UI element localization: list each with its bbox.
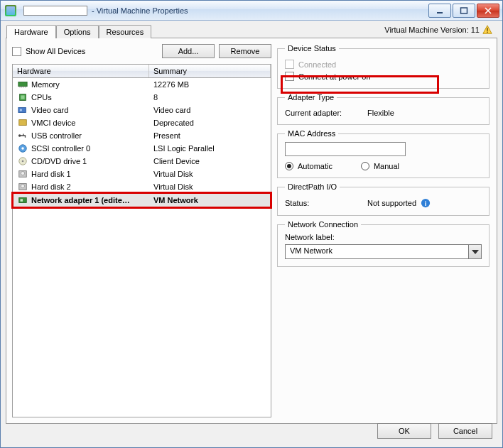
svg-point-20 xyxy=(21,172,24,175)
device-summary: 12276 MB xyxy=(149,80,271,89)
network-label-combo[interactable]: VM Network xyxy=(285,244,482,259)
svg-point-12 xyxy=(20,109,23,111)
device-status-group: Device Status Connected Connect at power… xyxy=(277,44,490,89)
svg-rect-3 xyxy=(487,32,487,33)
directpath-group: DirectPath I/O Status: Not supported i xyxy=(277,182,490,216)
table-row[interactable]: Video cardVideo card xyxy=(13,104,271,116)
hardware-table: Hardware Summary Memory12276 MBCPUs8Vide… xyxy=(12,64,271,417)
table-row[interactable]: Hard disk 2Virtual Disk xyxy=(13,180,271,193)
remove-button[interactable]: Remove xyxy=(219,44,271,58)
minimize-button[interactable] xyxy=(428,4,451,18)
maximize-button[interactable] xyxy=(453,4,475,18)
svg-rect-4 xyxy=(18,82,27,87)
table-row[interactable]: VMCI deviceDeprecated xyxy=(13,116,271,129)
svg-rect-10 xyxy=(21,95,24,99)
table-row[interactable]: Hard disk 1Virtual Disk xyxy=(13,168,271,180)
vm-name-redacted xyxy=(23,6,87,16)
network-connection-group: Network Connection Network label: VM Net… xyxy=(277,220,490,267)
add-button[interactable]: Add... xyxy=(162,44,215,58)
tab-options[interactable]: Options xyxy=(56,25,99,38)
svg-rect-6 xyxy=(21,87,22,88)
device-name: CD/DVD drive 1 xyxy=(31,157,87,165)
svg-rect-7 xyxy=(23,87,24,88)
svg-rect-24 xyxy=(21,199,23,202)
warning-icon xyxy=(482,25,492,35)
table-row[interactable]: SCSI controller 0LSI Logic Parallel xyxy=(13,142,271,155)
device-summary: Deprecated xyxy=(149,118,271,128)
directpath-status-label: Status: xyxy=(285,199,363,207)
device-name: SCSI controller 0 xyxy=(31,144,90,153)
device-summary: Video card xyxy=(149,105,271,115)
col-hardware[interactable]: Hardware xyxy=(13,65,149,77)
disk-icon xyxy=(17,169,28,179)
vmci-icon xyxy=(17,118,28,128)
info-icon[interactable]: i xyxy=(421,198,431,208)
svg-rect-2 xyxy=(487,28,487,31)
mac-address-legend: MAC Address xyxy=(285,129,338,138)
network-label-caption: Network label: xyxy=(285,233,482,241)
cancel-button[interactable]: Cancel xyxy=(438,423,492,439)
chevron-down-icon[interactable] xyxy=(468,245,481,258)
connected-checkbox xyxy=(285,60,294,69)
vm-properties-window: - Virtual Machine Properties Hardware Op… xyxy=(0,0,503,448)
svg-rect-0 xyxy=(437,12,443,13)
show-all-checkbox[interactable] xyxy=(12,47,21,56)
window-title: - Virtual Machine Properties xyxy=(92,6,188,15)
connected-label: Connected xyxy=(298,60,336,69)
device-status-legend: Device Status xyxy=(285,44,339,53)
table-header: Hardware Summary xyxy=(13,65,271,78)
device-name: USB controller xyxy=(31,131,82,140)
network-label-value: VM Network xyxy=(286,245,468,258)
svg-rect-13 xyxy=(19,120,27,126)
svg-point-14 xyxy=(18,134,21,137)
device-name: Network adapter 1 (edite… xyxy=(31,196,130,204)
device-name: Memory xyxy=(31,80,60,89)
table-row[interactable]: CPUs8 xyxy=(13,91,271,104)
table-row[interactable]: USB controllerPresent xyxy=(13,129,271,142)
tab-strip: Hardware Options Resources Virtual Machi… xyxy=(4,24,499,38)
vm-version: Virtual Machine Version: 11 xyxy=(384,25,492,35)
col-summary[interactable]: Summary xyxy=(149,65,271,77)
scsi-icon xyxy=(17,143,28,153)
current-adapter-label: Current adapter: xyxy=(285,109,363,117)
close-button[interactable] xyxy=(477,4,499,18)
video-icon xyxy=(17,105,28,115)
adapter-type-legend: Adapter Type xyxy=(285,93,337,102)
connect-at-power-on-checkbox[interactable] xyxy=(285,72,294,81)
table-row[interactable]: Memory12276 MB xyxy=(13,78,271,91)
tab-hardware[interactable]: Hardware xyxy=(6,25,56,38)
device-summary: VM Network xyxy=(149,195,271,205)
app-icon xyxy=(5,5,16,16)
nic-icon xyxy=(17,195,28,205)
hardware-panel: Show All Devices Add... Remove Hardware … xyxy=(6,38,497,424)
svg-rect-8 xyxy=(26,87,26,88)
svg-rect-5 xyxy=(20,87,21,88)
mac-address-input[interactable] xyxy=(285,142,406,156)
usb-icon xyxy=(17,131,28,141)
ok-button[interactable]: OK xyxy=(377,423,431,439)
device-summary: LSI Logic Parallel xyxy=(149,143,271,153)
show-all-label: Show All Devices xyxy=(26,47,85,55)
svg-point-22 xyxy=(21,185,24,188)
svg-rect-1 xyxy=(461,8,467,13)
device-summary: Present xyxy=(149,131,271,141)
table-row[interactable]: Network adapter 1 (edite…VM Network xyxy=(13,193,271,207)
device-summary: Virtual Disk xyxy=(149,182,271,192)
titlebar[interactable]: - Virtual Machine Properties xyxy=(1,1,502,21)
table-row[interactable]: CD/DVD drive 1Client Device xyxy=(13,155,271,168)
device-name: Hard disk 1 xyxy=(31,170,71,178)
network-connection-legend: Network Connection xyxy=(285,220,361,229)
disk-icon xyxy=(17,182,28,192)
cpu-icon xyxy=(17,92,28,102)
device-name: VMCI device xyxy=(31,119,75,127)
directpath-status-value: Not supported xyxy=(367,199,416,207)
svg-point-16 xyxy=(21,147,24,150)
mac-address-group: MAC Address Automatic Manual xyxy=(277,129,490,178)
svg-point-18 xyxy=(22,160,24,163)
tab-resources[interactable]: Resources xyxy=(99,25,152,38)
mac-auto-radio[interactable] xyxy=(285,162,293,170)
mac-manual-radio[interactable] xyxy=(361,162,369,170)
device-summary: Virtual Disk xyxy=(149,169,271,179)
device-summary: Client Device xyxy=(149,156,271,166)
directpath-legend: DirectPath I/O xyxy=(285,182,340,191)
